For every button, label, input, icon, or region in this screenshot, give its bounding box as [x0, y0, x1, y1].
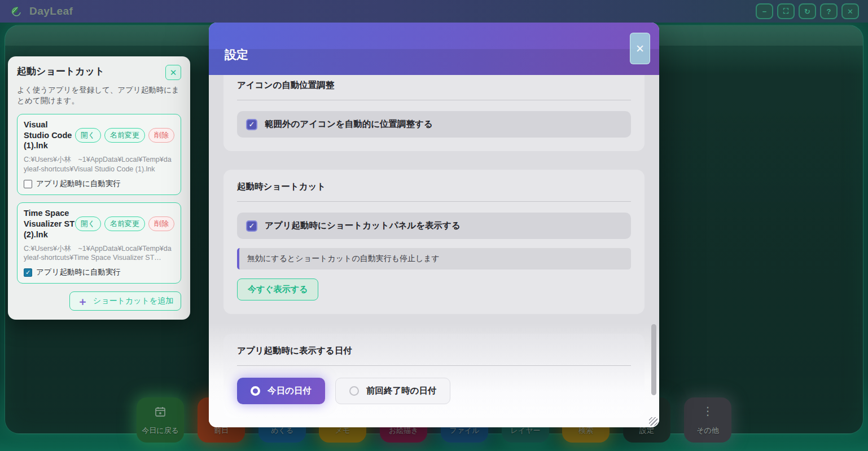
- section-icon-auto-position: アイコンの自動位置調整 ✓ 範囲外のアイコンを自動的に位置調整する: [223, 75, 645, 151]
- reload-button[interactable]: ↻: [799, 3, 816, 19]
- settings-modal-header[interactable]: 設定 ✕: [209, 23, 659, 75]
- divider: [237, 100, 631, 100]
- divider: [237, 365, 631, 366]
- modal-scrollbar-thumb[interactable]: [651, 324, 656, 395]
- radio-unselected-icon: [349, 386, 359, 396]
- open-button[interactable]: 開く: [75, 216, 101, 231]
- open-button[interactable]: 開く: [75, 128, 101, 143]
- app-title: DayLeaf: [29, 5, 73, 17]
- radio-last-session-date[interactable]: 前回終了時の日付: [335, 378, 450, 404]
- panel-title: 起動ショートカット: [17, 65, 104, 78]
- setting-row: ✓ 範囲外のアイコンを自動的に位置調整する: [237, 111, 631, 138]
- panel-close-button[interactable]: ✕: [165, 65, 181, 80]
- show-panel-checkbox[interactable]: ✓: [246, 220, 257, 232]
- modal-title: 設定: [225, 47, 248, 63]
- setting-row: ✓ アプリ起動時にショートカットパネルを表示する: [237, 213, 631, 239]
- maximize-button[interactable]: ⛶: [777, 3, 795, 19]
- setting-note: 無効にするとショートカットの自動実行も停止します: [237, 248, 631, 269]
- startup-shortcut-panel: 起動ショートカット ✕ よく使うアプリを登録して、アプリ起動時にまとめて開けます…: [8, 56, 190, 320]
- titlebar: DayLeaf −⛶↻?✕: [0, 0, 868, 23]
- radio-selected-icon: [251, 386, 260, 396]
- shortcut-name: Visual Studio Code (1).lnk: [24, 120, 75, 152]
- shortcut-card: Time Space Visualizer ST (2).lnk 開く 名前変更…: [17, 202, 181, 284]
- delete-button[interactable]: 削除: [148, 216, 174, 231]
- section-startup-shortcut: 起動時ショートカット ✓ アプリ起動時にショートカットパネルを表示する 無効にす…: [223, 170, 645, 314]
- rename-button[interactable]: 名前変更: [104, 128, 145, 143]
- show-now-button[interactable]: 今すぐ表示する: [237, 278, 318, 300]
- shortcut-path: C:¥Users¥小林 ~1¥AppData¥Local¥Temp¥daylea…: [24, 244, 174, 263]
- autorun-checkbox[interactable]: ✓: [24, 268, 32, 277]
- section-heading: 起動時ショートカット: [237, 181, 631, 193]
- help-button[interactable]: ?: [820, 3, 838, 19]
- shortcut-name: Time Space Visualizer ST (2).lnk: [24, 208, 75, 240]
- plus-icon: ＋: [77, 296, 88, 307]
- settings-modal-body: アイコンの自動位置調整 ✓ 範囲外のアイコンを自動的に位置調整する 起動時ショー…: [209, 75, 659, 427]
- section-startup-date: アプリ起動時に表示する日付 今日の日付 前回終了時の日付: [223, 334, 645, 418]
- delete-button[interactable]: 削除: [148, 128, 174, 143]
- app-window: DayLeaf −⛶↻?✕ 今日に戻る前日めくるメモお絵描きファイルレイヤー検索…: [0, 0, 868, 451]
- minimize-button[interactable]: −: [756, 3, 773, 19]
- autorun-label: アプリ起動時に自動実行: [36, 179, 121, 189]
- settings-modal: 設定 ✕ アイコンの自動位置調整 ✓ 範囲外のアイコンを自動的に位置調整する 起…: [209, 23, 659, 427]
- section-heading: アイコンの自動位置調整: [237, 79, 631, 91]
- auto-position-checkbox[interactable]: ✓: [246, 119, 257, 130]
- shortcut-path: C:¥Users¥小林 ~1¥AppData¥Local¥Temp¥daylea…: [24, 155, 174, 174]
- dayleaf-logo-icon: [9, 5, 23, 18]
- autorun-checkbox[interactable]: [24, 180, 32, 188]
- modal-close-button[interactable]: ✕: [630, 33, 650, 64]
- radio-today-date[interactable]: 今日の日付: [237, 378, 325, 404]
- divider: [237, 201, 631, 202]
- modal-resize-handle[interactable]: [649, 417, 657, 426]
- shortcut-card: Visual Studio Code (1).lnk 開く 名前変更 削除 C:…: [17, 114, 181, 195]
- window-controls: −⛶↻?✕: [756, 3, 859, 19]
- add-shortcut-button[interactable]: ＋ ショートカットを追加: [69, 291, 181, 311]
- panel-description: よく使うアプリを登録して、アプリ起動時にまとめて開けます。: [17, 85, 181, 107]
- autorun-label: アプリ起動時に自動実行: [36, 267, 121, 277]
- section-heading: アプリ起動時に表示する日付: [237, 345, 631, 357]
- rename-button[interactable]: 名前変更: [104, 216, 145, 231]
- close-button[interactable]: ✕: [841, 3, 859, 19]
